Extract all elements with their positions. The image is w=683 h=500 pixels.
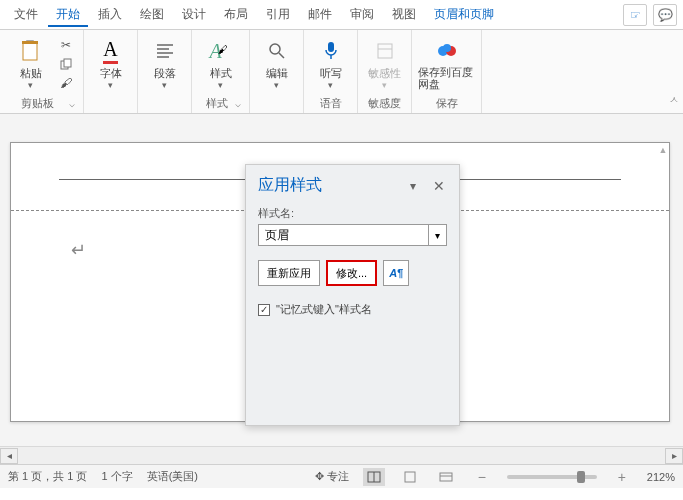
comments-button[interactable]: 💬 <box>653 4 677 26</box>
focus-mode-button[interactable]: ✥ 专注 <box>315 469 349 484</box>
tab-review[interactable]: 审阅 <box>342 2 382 27</box>
paragraph-icon <box>152 38 178 64</box>
tab-file[interactable]: 文件 <box>6 2 46 27</box>
svg-rect-4 <box>64 59 71 67</box>
focus-icon: ✥ <box>315 470 324 482</box>
microphone-icon <box>318 38 344 64</box>
word-count[interactable]: 1 个字 <box>101 469 132 484</box>
svg-rect-20 <box>405 472 415 482</box>
clipboard-icon <box>18 38 44 64</box>
zoom-level[interactable]: 212% <box>647 471 675 483</box>
sensitivity-icon <box>372 38 398 64</box>
style-aa-icon: A¶ <box>389 267 403 279</box>
comment-icon: 💬 <box>658 8 673 22</box>
cut-icon[interactable]: ✂ <box>58 37 74 53</box>
zoom-slider[interactable] <box>507 475 597 479</box>
share-icon: ☞ <box>630 8 641 22</box>
styles-dialog-button[interactable]: A¶ <box>383 260 409 286</box>
font-icon: A <box>98 38 124 64</box>
ribbon-collapse-button[interactable]: ㅅ <box>665 30 683 113</box>
vertical-scrollbar[interactable]: ▲ <box>657 143 669 421</box>
baidu-save-button[interactable]: 保存到百度网盘 <box>418 38 476 90</box>
svg-line-10 <box>279 53 284 58</box>
combo-dropdown-button[interactable]: ▾ <box>428 225 446 245</box>
dictate-button[interactable]: 听写 ▾ <box>310 38 352 90</box>
save-group-label: 保存 <box>418 95 475 111</box>
styles-launcher[interactable]: ⌵ <box>235 98 243 109</box>
view-read-button[interactable] <box>363 468 385 486</box>
tab-mail[interactable]: 邮件 <box>300 2 340 27</box>
clipboard-launcher[interactable]: ⌵ <box>69 98 77 109</box>
svg-point-17 <box>443 44 451 52</box>
cloud-icon <box>434 38 460 64</box>
voice-group-label: 语音 <box>310 95 351 111</box>
svg-rect-0 <box>23 42 37 60</box>
style-name-combo[interactable]: ▾ <box>258 224 447 246</box>
share-button[interactable]: ☞ <box>623 4 647 26</box>
apply-styles-pane: 应用样式 ▾ ✕ 样式名: ▾ 重新应用 修改... A¶ ✓ "记忆式键入"样… <box>245 164 460 426</box>
font-button[interactable]: A 字体 ▾ <box>90 38 132 90</box>
tab-view[interactable]: 视图 <box>384 2 424 27</box>
svg-point-9 <box>270 44 280 54</box>
tab-insert[interactable]: 插入 <box>90 2 130 27</box>
horizontal-scrollbar[interactable]: ◂ ▸ <box>0 446 683 464</box>
hscroll-left[interactable]: ◂ <box>0 448 18 464</box>
format-painter-icon[interactable]: 🖌 <box>58 75 74 91</box>
document-area: ↵ ▲ 应用样式 ▾ ✕ 样式名: ▾ 重新应用 修改... A¶ ✓ "记忆式… <box>0 114 683 446</box>
edit-button[interactable]: 编辑 ▾ <box>256 38 298 90</box>
svg-rect-13 <box>378 44 392 58</box>
reapply-button[interactable]: 重新应用 <box>258 260 320 286</box>
modify-button[interactable]: 修改... <box>326 260 377 286</box>
autocomplete-label: "记忆式键入"样式名 <box>276 302 372 317</box>
ribbon: 粘贴 ▾ ✂ 🖌 剪贴板⌵ A 字体 ▾ 段落 ▾ <box>0 30 683 114</box>
styles-icon: A🖌 <box>208 38 234 64</box>
pane-menu-button[interactable]: ▾ <box>405 179 421 193</box>
svg-rect-21 <box>440 473 452 481</box>
sensitivity-button[interactable]: 敏感性 ▾ <box>364 38 406 90</box>
view-print-button[interactable] <box>399 468 421 486</box>
sensitivity-group-label: 敏感度 <box>364 95 405 111</box>
pane-title: 应用样式 <box>258 175 405 196</box>
tab-references[interactable]: 引用 <box>258 2 298 27</box>
tab-design[interactable]: 设计 <box>174 2 214 27</box>
style-name-label: 样式名: <box>258 206 447 221</box>
styles-button[interactable]: A🖌 样式 ▾ <box>200 38 242 90</box>
tab-home[interactable]: 开始 <box>48 2 88 27</box>
page-indicator[interactable]: 第 1 页，共 1 页 <box>8 469 87 484</box>
clipboard-group-label: 剪贴板 <box>6 95 69 111</box>
svg-rect-11 <box>328 42 334 52</box>
paste-button[interactable]: 粘贴 ▾ <box>10 38 52 90</box>
paragraph-mark: ↵ <box>71 239 86 261</box>
zoom-in-button[interactable]: + <box>611 468 633 486</box>
hscroll-right[interactable]: ▸ <box>665 448 683 464</box>
status-bar: 第 1 页，共 1 页 1 个字 英语(美国) ✥ 专注 − + 212% <box>0 464 683 488</box>
style-name-input[interactable] <box>259 225 428 245</box>
language-indicator[interactable]: 英语(美国) <box>147 469 198 484</box>
copy-icon[interactable] <box>58 56 74 72</box>
pane-close-button[interactable]: ✕ <box>431 178 447 194</box>
styles-group-label: 样式 <box>198 95 235 111</box>
tab-draw[interactable]: 绘图 <box>132 2 172 27</box>
svg-rect-2 <box>22 41 38 44</box>
paragraph-button[interactable]: 段落 ▾ <box>144 38 186 90</box>
autocomplete-checkbox[interactable]: ✓ <box>258 304 270 316</box>
view-web-button[interactable] <box>435 468 457 486</box>
zoom-out-button[interactable]: − <box>471 468 493 486</box>
tab-bar: 文件 开始 插入 绘图 设计 布局 引用 邮件 审阅 视图 页眉和页脚 ☞ 💬 <box>0 0 683 30</box>
tab-layout[interactable]: 布局 <box>216 2 256 27</box>
search-icon <box>264 38 290 64</box>
tab-header-footer[interactable]: 页眉和页脚 <box>426 2 502 27</box>
